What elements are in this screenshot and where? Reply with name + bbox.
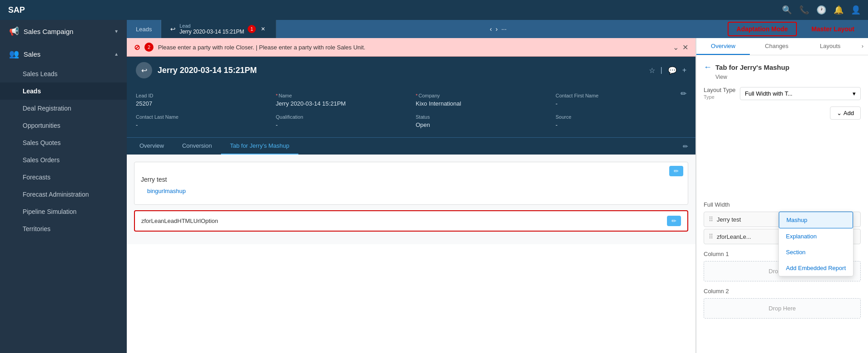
dropdown-item-explanation[interactable]: Explanation <box>779 228 853 244</box>
sidebar-group-sales-campaign[interactable]: 📢 Sales Campaign ▾ <box>0 20 127 43</box>
sap-logo: SAP <box>7 5 25 15</box>
add-button[interactable]: ⌄ Add <box>830 106 861 120</box>
add-button-row: ⌄ Add <box>704 106 861 120</box>
tab-more-button[interactable]: › <box>857 38 868 55</box>
column2-label: Column 2 <box>704 288 861 295</box>
back-arrow-icon[interactable]: ← <box>704 63 712 72</box>
alert-expand-button[interactable]: ⌄ <box>673 43 679 52</box>
section-jerry-test-link[interactable]: bingurlmashup <box>141 188 681 200</box>
dropdown-item-section[interactable]: Section <box>779 244 853 260</box>
right-tab-overview[interactable]: Overview <box>696 38 750 55</box>
content-area: Leads ↩ Lead Jerry 2020-03-14 15:21PM 1 … <box>127 20 868 353</box>
lead-header-icon: ↩ <box>136 62 152 78</box>
sidebar: 📢 Sales Campaign ▾ 👥 Sales ▴ Sales Leads… <box>0 20 127 353</box>
sidebar-item-sales-quotes[interactable]: Sales Quotes <box>0 134 127 151</box>
sidebar-item-sales-orders[interactable]: Sales Orders <box>0 151 127 169</box>
lead-field-company-value: Kixo International <box>416 100 547 107</box>
phone-icon[interactable]: 📞 <box>799 5 809 15</box>
chevron-down-icon: ⌄ <box>837 110 842 116</box>
tab-leads-label: Leads <box>136 26 152 33</box>
sidebar-item-sales-leads[interactable]: Sales Leads <box>0 65 127 82</box>
sidebar-item-forecast-administration[interactable]: Forecast Administration <box>0 186 127 203</box>
section-block-zforlean: zforLeanLeadHTMLUrlOption ✏ <box>134 210 688 232</box>
layout-type-select[interactable]: Full Width with T... ▾ <box>740 87 861 100</box>
right-tab-layouts[interactable]: Layouts <box>803 38 857 55</box>
sidebar-item-opportunities[interactable]: Opportunities <box>0 117 127 134</box>
sidebar-item-leads[interactable]: Leads <box>0 82 127 100</box>
section-zforlean-title: zforLeanLeadHTMLUrlOption <box>141 218 218 224</box>
tab-next-icon[interactable]: › <box>496 25 498 33</box>
star-icon[interactable]: ☆ <box>649 66 655 75</box>
right-tab-changes[interactable]: Changes <box>750 38 803 55</box>
lead-field-source: Source - <box>556 114 686 128</box>
sidebar-item-forecasts[interactable]: Forecasts <box>0 169 127 186</box>
lead-form-edit-button[interactable]: ✏ <box>681 89 686 98</box>
drag-icon[interactable]: ⠿ <box>709 233 713 240</box>
sidebar-group-sales-campaign-label: Sales Campaign <box>24 28 73 35</box>
comment-icon[interactable]: 💬 <box>668 66 677 75</box>
right-panel-body: ← Tab for Jerry's Mashup View Layout Typ… <box>696 55 868 353</box>
sidebar-item-pipeline-simulation[interactable]: Pipeline Simulation <box>0 203 127 220</box>
sidebar-item-territories[interactable]: Territories <box>0 220 127 237</box>
tab-lead-subtitle: Jerry 2020-03-14 15:21PM <box>179 29 244 35</box>
lead-tabs-edit-button[interactable]: ✏ <box>679 139 692 154</box>
lead-field-qualification: Qualification - <box>276 114 407 128</box>
lead-field-contact-last-name-value: - <box>136 121 267 128</box>
lead-tab-jerry-mashup[interactable]: Tab for Jerry's Mashup <box>221 138 298 155</box>
lead-field-company: *Company Kixo International <box>416 93 547 107</box>
layout-type-label: Layout Type Type <box>704 87 740 100</box>
tab-lead-active[interactable]: ↩ Lead Jerry 2020-03-14 15:21PM 1 ✕ <box>161 20 276 38</box>
clock-icon[interactable]: 🕐 <box>816 5 826 15</box>
lead-fields: Lead ID 25207 *Name Jerry 2020-03-14 15:… <box>136 93 686 128</box>
adaptation-mode-button[interactable]: Adaptation Mode <box>728 22 797 36</box>
divider: | <box>661 66 662 75</box>
dropdown-item-embedded-report[interactable]: Add Embedded Report <box>779 260 853 276</box>
tab-close-icon[interactable]: ✕ <box>259 25 267 33</box>
lead-tab-conversion[interactable]: Conversion <box>173 138 221 155</box>
svg-text:SAP: SAP <box>8 5 25 15</box>
tab-more-icon[interactable]: ··· <box>501 25 507 33</box>
main-content: ⊘ 2 Please enter a party with role Close… <box>127 38 868 353</box>
lead-field-name-value: Jerry 2020-03-14 15:21PM <box>276 100 407 107</box>
section-zforlean-edit-button[interactable]: ✏ <box>667 216 681 226</box>
sales-icon: 👥 <box>9 49 19 59</box>
dropdown-item-mashup[interactable]: Mashup <box>779 212 853 228</box>
lead-field-qualification-value: - <box>276 121 407 128</box>
column2-drop-zone[interactable]: Drop Here <box>704 298 861 319</box>
sidebar-group-sales[interactable]: 👥 Sales ▴ <box>0 43 127 65</box>
full-width-label: Full Width <box>704 201 861 208</box>
section-jerry-test-edit-button[interactable]: ✏ <box>669 166 683 176</box>
lead-field-id-value: 25207 <box>136 100 267 107</box>
tab-notification-icon: 1 <box>248 25 256 33</box>
add-icon[interactable]: + <box>682 66 686 75</box>
search-icon[interactable]: 🔍 <box>782 5 792 15</box>
chevron-up-icon: ▴ <box>115 51 118 57</box>
alert-count-badge: 2 <box>144 43 153 52</box>
section-block-jerry-test: ✏ Jerry test bingurlmashup <box>134 162 688 205</box>
tab-prev-icon[interactable]: ‹ <box>490 25 492 33</box>
right-panel-tabs: Overview Changes Layouts › <box>696 38 868 55</box>
lead-field-name: *Name Jerry 2020-03-14 15:21PM <box>276 93 407 107</box>
alert-close-button[interactable]: ✕ <box>682 43 688 52</box>
tab-leads[interactable]: Leads <box>127 20 161 38</box>
master-layout-button[interactable]: Master Layout <box>803 23 863 35</box>
sidebar-item-deal-registration[interactable]: Deal Registration <box>0 100 127 117</box>
alert-message: Please enter a party with role Closer. |… <box>158 44 668 51</box>
user-icon[interactable]: 👤 <box>851 5 861 15</box>
drag-icon[interactable]: ⠿ <box>709 216 713 223</box>
lead-field-contact-first-name-value: - <box>556 100 686 107</box>
lead-field-contact-first-name: Contact First Name - <box>556 93 686 107</box>
back-navigation: ← Tab for Jerry's Mashup <box>704 63 861 72</box>
lead-field-id: Lead ID 25207 <box>136 93 267 107</box>
lead-header-title: Jerry 2020-03-14 15:21PM <box>158 66 643 75</box>
lead-tab-overview[interactable]: Overview <box>130 138 173 155</box>
section-edit-icon: ✏ <box>669 166 683 176</box>
sidebar-group-sales-label: Sales <box>24 50 41 58</box>
panel-subtitle: View <box>704 74 861 80</box>
alert-bar: ⊘ 2 Please enter a party with role Close… <box>127 38 695 57</box>
alert-error-icon: ⊘ <box>134 43 140 52</box>
tab-bar: Leads ↩ Lead Jerry 2020-03-14 15:21PM 1 … <box>127 20 868 38</box>
right-panel: Overview Changes Layouts › ← Tab for <box>696 38 868 353</box>
bell-icon[interactable]: 🔔 <box>834 5 844 15</box>
lead-form: ✏ Lead ID 25207 *Name Jerry 2020-03-14 1… <box>127 84 695 137</box>
